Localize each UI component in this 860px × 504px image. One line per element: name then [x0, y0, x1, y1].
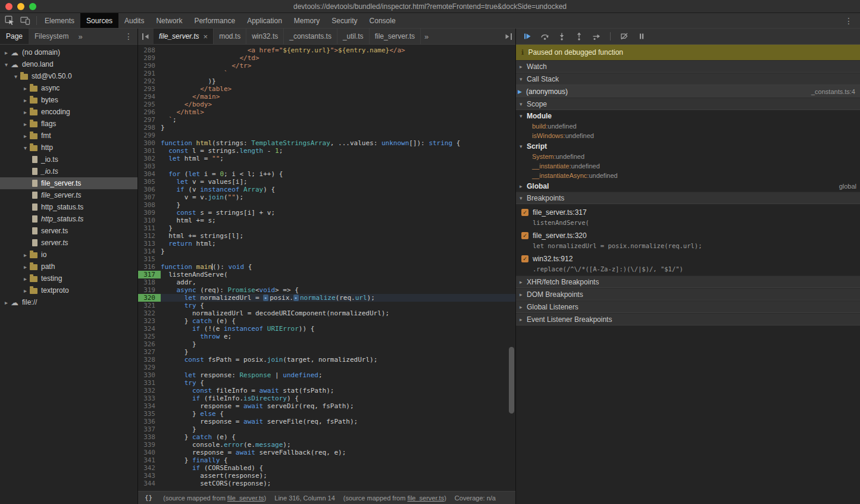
line-number[interactable]: 323	[138, 317, 161, 325]
tree-item-testing[interactable]: ▸testing	[0, 273, 137, 284]
line-number[interactable]: 305	[138, 178, 161, 186]
tree-item-std-v0-50-0[interactable]: ▾std@v0.50.0	[0, 70, 137, 82]
tree-item-http-status-ts[interactable]: http_status.ts	[0, 213, 137, 225]
editor-tab-util-ts[interactable]: _util.ts	[337, 29, 370, 44]
tree-item-io-ts[interactable]: _io.ts	[0, 165, 137, 177]
tree-item-file-server-ts[interactable]: file_server.ts	[0, 177, 137, 189]
line-number[interactable]: 338	[138, 433, 161, 441]
pause-on-exceptions-icon[interactable]	[635, 30, 648, 43]
line-number[interactable]: 335	[138, 410, 161, 418]
editor-tabs-overflow-icon[interactable]: »	[421, 29, 432, 44]
line-number[interactable]: 337	[138, 425, 161, 433]
code-text[interactable]: }	[161, 224, 515, 232]
disclosure-triangle-icon[interactable]: ▸	[21, 264, 29, 270]
code-text[interactable]: </html>	[161, 108, 515, 116]
line-number[interactable]: 292	[138, 77, 161, 85]
line-number[interactable]: 326	[138, 340, 161, 348]
close-tab-icon[interactable]: ×	[204, 32, 208, 41]
line-number[interactable]: 321	[138, 302, 161, 309]
line-number[interactable]: 307	[138, 193, 161, 201]
code-text[interactable]: setCORS(response);	[161, 480, 515, 487]
code-text[interactable]: response = await serveFallback(req, e);	[161, 449, 515, 456]
tab-performance[interactable]: Performance	[188, 13, 241, 28]
disclosure-triangle-icon[interactable]: ▾	[2, 61, 10, 68]
code-text[interactable]: if (v instanceof Array) {	[161, 186, 515, 193]
breakpoint-entry[interactable]: ✓file_server.ts:317	[516, 206, 860, 218]
step-icon[interactable]	[590, 30, 603, 43]
line-number[interactable]: 299	[138, 132, 161, 139]
code-text[interactable]: html += s;	[161, 217, 515, 224]
code-text[interactable]: } else {	[161, 410, 515, 418]
line-number[interactable]: 334	[138, 402, 161, 410]
code-text[interactable]: function main(): void {	[161, 263, 515, 271]
tree-item-flags[interactable]: ▸flags	[0, 118, 137, 130]
tabs-overflow-chevrons-icon[interactable]: »	[74, 29, 86, 44]
tree-item-io-ts[interactable]: _io.ts	[0, 154, 137, 165]
tree-item-server-ts[interactable]: server.ts	[0, 225, 137, 237]
section-xhr-fetch-breakpoints[interactable]: ▸XHR/fetch Breakpoints	[516, 276, 860, 288]
code-text[interactable]: assert(response);	[161, 472, 515, 480]
minimize-window-button[interactable]	[17, 3, 24, 10]
breakpoint-snippet[interactable]: let normalizedUrl = posix.normalize(req.…	[516, 241, 860, 251]
tree-item-server-ts[interactable]: server.ts	[0, 237, 137, 249]
code-text[interactable]: addr,	[161, 278, 515, 286]
navigator-menu-kebab-icon[interactable]: ⋮	[120, 29, 137, 44]
code-text[interactable]: v = v.join("");	[161, 193, 515, 201]
code-text[interactable]: if (CORSEnabled) {	[161, 464, 515, 472]
disclosure-triangle-icon[interactable]: ▸	[21, 85, 29, 92]
section-event-listener-breakpoints[interactable]: ▸Event Listener Breakpoints	[516, 313, 860, 325]
line-number[interactable]: 314	[138, 248, 161, 255]
disclosure-triangle-icon[interactable]: ▸	[2, 49, 10, 56]
code-text[interactable]: listenAndServe(	[161, 271, 515, 278]
line-number[interactable]: 295	[138, 101, 161, 108]
code-text[interactable]: throw e;	[161, 333, 515, 340]
breakpoint-entry[interactable]: ✓win32.ts:912	[516, 253, 860, 264]
deactivate-breakpoints-icon[interactable]	[618, 30, 631, 43]
disclosure-triangle-icon[interactable]: ▸	[2, 299, 10, 306]
line-number[interactable]: 341	[138, 456, 161, 464]
code-text[interactable]: const l = strings.length - 1;	[161, 147, 515, 155]
tab-sources[interactable]: Sources	[80, 13, 118, 28]
code-text[interactable]: } finally {	[161, 456, 515, 464]
line-number[interactable]: 290	[138, 62, 161, 70]
code-text[interactable]: }	[161, 124, 515, 132]
code-area[interactable]: 288 <a href="${entry.url}">${entry.name}…	[138, 45, 515, 491]
line-number[interactable]: 343	[138, 472, 161, 480]
code-text[interactable]: function html(strings: TemplateStringsAr…	[161, 139, 515, 147]
section-call-stack[interactable]: ▾Call Stack	[516, 73, 860, 85]
tree-item-bytes[interactable]: ▸bytes	[0, 94, 137, 106]
code-text[interactable]: console.error(e.message);	[161, 441, 515, 449]
line-number[interactable]: 318	[138, 278, 161, 286]
pretty-print-button[interactable]: {}	[142, 493, 155, 502]
tree-item-http[interactable]: ▾http	[0, 142, 137, 154]
code-text[interactable]: `	[161, 70, 515, 77]
line-number[interactable]: 288	[138, 46, 161, 54]
resume-icon[interactable]	[521, 30, 534, 43]
line-number[interactable]: 344	[138, 480, 161, 487]
tree-item-http-status-ts[interactable]: http_status.ts	[0, 201, 137, 213]
scope-property[interactable]: __instantiate: undefined	[516, 161, 860, 171]
breakpoint-entry[interactable]: ✓file_server.ts:320	[516, 230, 860, 241]
line-number[interactable]: 293	[138, 85, 161, 93]
breakpoint-checkbox[interactable]: ✓	[521, 232, 528, 239]
line-number[interactable]: 325	[138, 333, 161, 340]
source-map-link-2[interactable]: file_server.ts	[407, 494, 444, 502]
code-text[interactable]: </main>	[161, 93, 515, 101]
code-text[interactable]: `;	[161, 116, 515, 124]
collapse-debugger-icon[interactable]	[500, 29, 515, 44]
line-number[interactable]: 311	[138, 224, 161, 232]
tab-security[interactable]: Security	[326, 13, 363, 28]
code-text[interactable]: <a href="${entry.url}">${entry.name}</a>	[161, 46, 515, 54]
disclosure-triangle-icon[interactable]: ▸	[21, 109, 29, 115]
line-number[interactable]: 294	[138, 93, 161, 101]
line-number[interactable]: 315	[138, 255, 161, 263]
step-over-icon[interactable]	[538, 30, 551, 43]
line-number[interactable]: 291	[138, 70, 161, 77]
section-global-listeners[interactable]: ▸Global Listeners	[516, 300, 860, 313]
collapse-navigator-icon[interactable]	[138, 29, 154, 44]
code-text[interactable]: }	[161, 248, 515, 255]
line-number[interactable]: 327	[138, 348, 161, 356]
line-number-breakpoint[interactable]: 320	[138, 294, 161, 302]
code-text[interactable]: try {	[161, 302, 515, 309]
tree-item-file[interactable]: ▸☁file://	[0, 296, 137, 308]
